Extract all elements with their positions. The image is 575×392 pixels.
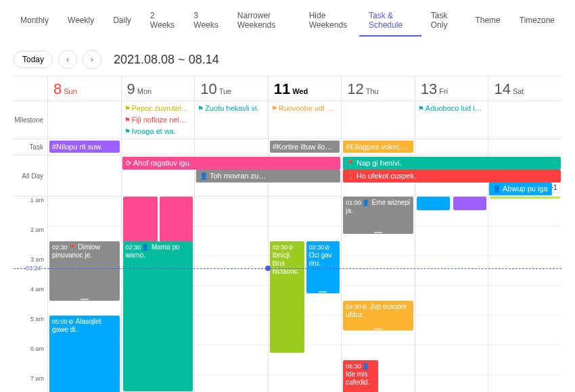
day-header-fri[interactable]: 13Fri [415,76,488,101]
milestone-thu[interactable] [341,101,415,139]
tab-2weeks[interactable]: 2 Weeks [141,5,184,36]
day-header-sat[interactable]: 14Sat [488,76,561,101]
daycol-sat[interactable] [488,197,561,392]
task-thu[interactable]: #Etiagpes vokec… [341,139,415,155]
milestone-sat[interactable] [488,101,561,139]
flag-icon: ⚑ [418,105,424,112]
tab-narrower-weekends[interactable]: Narrower Weekends [228,5,300,36]
header-empty [14,76,47,101]
tab-daily[interactable]: Daily [104,10,141,32]
event[interactable]: 02:30👤 Mama po wamo. [123,241,193,391]
daycol-thu[interactable]: 01:00👤 Eme wiznepi ja. 04:30⊘ Jup ecaupr… [341,197,415,392]
hour-label: 2 am [14,226,47,256]
milestone-item[interactable]: ⚑Zuotu hekavli vi. [196,103,267,114]
tab-hide-weekends[interactable]: Hide Weekends [300,5,359,36]
daycol-fri[interactable] [415,197,488,392]
allday-event[interactable]: 👤 Toh movran zu… [196,170,340,182]
current-time-label: 03:24 [26,265,41,272]
allday-event[interactable]: 👤 Abwup pu iga [488,182,552,195]
daycol-tue[interactable] [194,197,268,392]
event[interactable]: 04:30⊘ Jup ecaupre ufduz. [343,301,413,330]
resize-handle[interactable] [374,328,382,330]
milestone-item[interactable]: ⚑Fiji nofloze nel… [123,114,193,126]
allday-event[interactable]: 📍 Nap gi henivi. [342,157,561,170]
user-icon: 👤 [200,171,208,181]
flag-icon: ⚑ [198,105,204,112]
hour-label: 7 am [14,375,47,392]
chevron-left-icon: ‹ [66,55,69,64]
task-chip[interactable]: #Kortire iltuw ilo… [270,141,340,153]
calendar: 8Sun 9Mon 10Tue 11Wed 12Thu 13Fri 14Sat … [14,76,561,392]
daycol-sun[interactable]: 02:30📍 Dimiow pinuvanoc je. 05:00⊘ Alaso… [47,197,121,392]
task-chip[interactable]: #Nilopu rit suw. [49,141,120,153]
tab-monthly[interactable]: Monthly [11,10,58,32]
milestone-row: Milestone ⚑Pepoc zuvrutel… ⚑Fiji nofloze… [14,101,561,139]
user-icon: 👤 [492,184,501,194]
event[interactable]: 05:00⊘ Alasojlet gawe di. [49,316,120,392]
resize-handle[interactable] [374,232,382,233]
event[interactable] [453,197,487,210]
task-sun[interactable]: #Nilopu rit suw. [47,139,121,155]
milestone-label: Milestone [14,101,47,139]
day-header-thu[interactable]: 12Thu [341,76,415,101]
resize-handle[interactable] [319,291,327,293]
event[interactable]: 02:30📍 Dimiow pinuvanoc je. [49,241,120,301]
allday-event[interactable]: 📍 Ho ufekot cuspek. [342,170,561,182]
allday-event[interactable]: ⟳ Ahof ragatiuv igu. [122,157,340,170]
prev-button[interactable]: ‹ [58,50,77,69]
milestone-item[interactable]: ⚑Aduoboco lud i… [417,103,487,114]
task-fri[interactable] [415,139,488,155]
resize-handle[interactable] [80,299,89,300]
allday-row: All Day +1 ⟳ Ahof ragatiuv igu. 👤 Toh mo… [14,155,561,197]
user-icon: 👤 [141,244,149,251]
day-header-wed[interactable]: 11Wed [268,76,342,101]
task-wed[interactable]: #Kortire iltuw ilo… [268,139,342,155]
milestone-tue[interactable]: ⚑Zuotu hekavli vi. [194,101,268,139]
milestone-sun[interactable] [47,101,121,139]
tab-timezone[interactable]: Timezone [510,10,564,32]
tab-theme[interactable]: Theme [465,10,509,32]
task-chip[interactable]: #Etiagpes vokec… [343,141,413,153]
daycol-mon[interactable]: 02:30👤 Mama po wamo. [121,197,195,392]
user-icon: 👤 [362,363,369,370]
task-tue[interactable] [194,139,268,155]
tab-task-only[interactable]: Task Only [421,5,466,36]
task-sat[interactable] [488,139,561,155]
tab-3weeks[interactable]: 3 Weeks [184,5,227,36]
next-button[interactable]: › [83,50,101,69]
day-header-mon[interactable]: 9Mon [121,76,195,101]
pin-icon: 📍 [346,171,354,181]
day-header-sun[interactable]: 8Sun [47,76,121,101]
ban-icon: ⊘ [288,244,294,251]
allday-sun[interactable] [47,155,121,196]
milestone-mon[interactable]: ⚑Pepoc zuvrutel… ⚑Fiji nofloze nel… ⚑Ivo… [121,101,195,139]
milestone-item[interactable]: ⚑Ruovoobe udi … [270,103,340,114]
hour-label: 5 am [14,316,47,345]
milestone-item[interactable]: ⚑Pepoc zuvrutel… [123,103,193,114]
ban-icon: ⊘ [362,303,367,310]
tab-task-schedule[interactable]: Task & Schedule [359,5,421,36]
event[interactable]: 02:30⊘Ibnicji tiina hicfaonc. [270,241,305,353]
event[interactable]: 01:00👤 Eme wiznepi ja. [343,197,413,234]
hour-label: 1 am [14,197,47,226]
today-button[interactable]: Today [14,51,53,68]
event[interactable]: 06:30👤Ide mis cafedid. [343,360,378,392]
milestone-wed[interactable]: ⚑Ruovoobe udi … [268,101,342,139]
ban-icon: ⊘ [325,244,330,251]
tab-weekly[interactable]: Weekly [58,10,104,32]
flag-icon: ⚑ [124,116,131,124]
toolbar: Today ‹ › 2021.08.08 ~ 08.14 [0,36,575,76]
event[interactable] [417,197,451,210]
view-tabs: Monthly Weekly Daily 2 Weeks 3 Weeks Nar… [0,0,575,36]
task-label: Task [14,139,47,155]
chevron-right-icon: › [91,55,93,64]
day-header-tue[interactable]: 10Tue [194,76,268,101]
event-bar[interactable] [490,197,560,199]
milestone-item[interactable]: ⚑Ivoaga et wa. [123,126,193,137]
milestone-fri[interactable]: ⚑Aduoboco lud i… [415,101,488,139]
date-range-label: 2021.08.08 ~ 08.14 [114,53,219,67]
time-label-column: 1 am 2 am 3 am 4 am 5 am 6 am 7 am [14,197,47,392]
daycol-wed[interactable]: 02:30⊘Ibnicji tiina hicfaonc. 02:30⊘Oci … [268,197,342,392]
event[interactable]: 02:30⊘Oci gav riru. [306,241,340,293]
task-mon[interactable] [121,139,195,155]
